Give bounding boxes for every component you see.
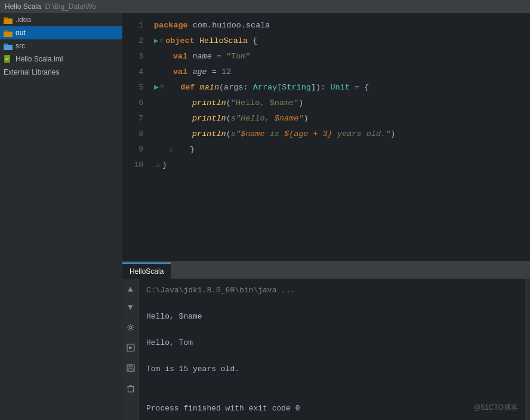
save-btn[interactable] [124,362,137,375]
bottom-sidebar: ▲ ▼ [122,279,139,420]
svg-rect-5 [4,44,8,45]
code-line-1: package com.huidoo.scala [149,18,530,33]
sidebar-label-out: out [16,29,26,37]
code-line-8: println(s"$name is ${age + 3} years old.… [149,126,530,142]
svg-rect-14 [128,369,133,371]
svg-rect-9 [5,59,8,60]
sidebar-label-external: External Libraries [4,68,59,76]
line-numbers: 1 2 3 4 5 6 7 8 9 10 [122,13,149,261]
terminal-line-2: Hello, Tom [146,336,518,350]
run-btn[interactable] [124,341,137,354]
tab-helloscala-label: HelloScala [130,267,164,276]
svg-rect-16 [129,385,132,386]
svg-point-10 [130,326,132,329]
svg-rect-17 [128,387,133,392]
terminal-line-1: Hello, $name [146,310,518,323]
title-bar: Hello Scala D:\Big_Data\Wo [0,0,530,13]
sidebar-item-iml[interactable]: Hello Scala.iml [0,52,122,66]
settings-btn[interactable] [124,321,137,334]
folder-icon-out [4,29,13,37]
delete-btn[interactable] [124,382,137,395]
main-layout: .idea out src [0,13,530,420]
code-line-9: △ } [149,142,530,158]
svg-rect-7 [5,57,9,57]
code-line-2: ▶ ▽ object HelloScala { [149,33,530,49]
svg-rect-8 [5,58,9,58]
sidebar-item-external[interactable]: External Libraries [0,66,122,79]
editor-area: 1 2 3 4 5 6 7 8 9 10 package com.huidoo.… [122,13,530,420]
folder-icon-idea [4,16,13,24]
fold-5[interactable]: ▽ [160,80,164,95]
fold-10[interactable]: △ [156,158,160,173]
fold-2[interactable]: ▽ [159,33,163,49]
sidebar-label-src: src [16,42,25,50]
svg-rect-6 [4,55,10,63]
sidebar-item-idea[interactable]: .idea [0,13,122,26]
svg-rect-4 [4,45,13,50]
folder-icon-src [4,42,13,50]
fold-9[interactable]: △ [170,142,173,158]
file-icon-iml [4,55,13,63]
code-line-6: println("Hello, $name") [149,95,530,111]
bottom-panel: HelloScala ▲ ▼ [122,261,530,420]
title-bar-text: Hello Scala D:\Big_Data\Wo [5,2,96,11]
code-line-10: △ } [149,158,530,173]
svg-rect-0 [4,18,13,24]
svg-rect-3 [4,30,8,32]
sidebar-item-out[interactable]: out [0,26,122,39]
terminal-line-3: Tom is 15 years old. [146,363,518,376]
sidebar-label-iml: Hello Scala.iml [16,55,63,63]
bottom-content: ▲ ▼ [122,279,530,420]
sidebar-label-idea: .idea [16,16,31,24]
tab-helloscala[interactable]: HelloScala [122,262,171,279]
terminal-scrollbar[interactable] [525,279,530,420]
watermark: @51CTO博客 [473,401,518,414]
terminal-line-cmd: C:\Java\jdk1.8.0_60\bin\java ... [146,284,518,297]
sidebar: .idea out src [0,13,122,420]
code-line-4: val age = 12 [149,64,530,80]
code-line-7: println(s"Hello, $name") [149,111,530,126]
terminal-line-exit: Process finished with exit code 0 [146,402,518,415]
svg-rect-1 [4,17,8,19]
code-line-3: val name = "Tom" [149,49,530,64]
sidebar-item-src[interactable]: src [0,39,122,52]
svg-rect-2 [4,32,13,37]
scroll-down-btn[interactable]: ▼ [124,301,137,314]
svg-rect-13 [128,365,133,368]
bottom-tab-bar: HelloScala [122,262,530,279]
terminal-output: C:\Java\jdk1.8.0_60\bin\java ... Hello, … [139,279,525,420]
code-line-5: ▶ ▽ def main(args: Array[String]): Unit … [149,80,530,95]
run-arrow-2[interactable]: ▶ [154,33,158,49]
code-container: 1 2 3 4 5 6 7 8 9 10 package com.huidoo.… [122,13,530,261]
scroll-up-btn[interactable]: ▲ [124,283,137,296]
run-arrow-5[interactable]: ▶ [154,80,159,95]
code-editor[interactable]: package com.huidoo.scala ▶ ▽ object Hell… [149,13,530,261]
